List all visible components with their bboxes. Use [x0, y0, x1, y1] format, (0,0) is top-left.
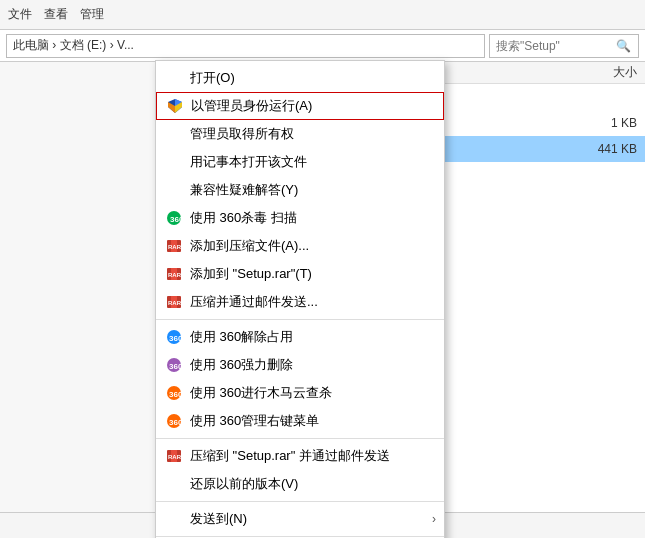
svg-text:360: 360	[169, 418, 182, 427]
ctx-360-scan-icon: 360	[164, 208, 184, 228]
ctx-360-delete-label: 使用 360强力删除	[190, 356, 436, 374]
ctx-restore-icon	[164, 474, 184, 494]
ctx-zip-email2-label: 压缩到 "Setup.rar" 并通过邮件发送	[190, 447, 436, 465]
search-icon[interactable]: 🔍	[616, 39, 631, 53]
menu-bar: 文件 查看 管理	[0, 0, 645, 30]
ctx-zip-email2-icon: RAR	[164, 446, 184, 466]
ctx-notepad-icon	[164, 152, 184, 172]
svg-text:RAR: RAR	[168, 244, 182, 250]
ctx-admin-label: 以管理员身份运行(A)	[191, 97, 435, 115]
file-size-autorun: 1 KB	[575, 116, 645, 130]
ctx-add-zip-icon: RAR	[164, 236, 184, 256]
ctx-360-free-icon: 360	[164, 327, 184, 347]
col-size-header: 大小	[575, 64, 645, 81]
svg-text:360: 360	[169, 390, 182, 399]
ctx-360-trojan-icon: 360	[164, 383, 184, 403]
svg-text:RAR: RAR	[168, 454, 182, 460]
ctx-add-zip[interactable]: RAR 添加到压缩文件(A)...	[156, 232, 444, 260]
search-input[interactable]	[496, 39, 616, 53]
ctx-sep-4	[156, 536, 444, 537]
svg-text:360: 360	[170, 215, 182, 224]
ctx-send-to[interactable]: 发送到(N) ›	[156, 505, 444, 533]
ctx-360-delete-icon: 360	[164, 355, 184, 375]
ctx-compat[interactable]: 兼容性疑难解答(Y)	[156, 176, 444, 204]
ctx-compat-icon	[164, 180, 184, 200]
ctx-admin-icon	[165, 96, 185, 116]
menu-view[interactable]: 查看	[44, 6, 68, 23]
ctx-ownership-icon	[164, 124, 184, 144]
ctx-360-context[interactable]: 360 使用 360管理右键菜单	[156, 407, 444, 435]
explorer-window: 文件 查看 管理 此电脑 › 文档 (E:) › V... 🔍 名称 大小 📁	[0, 0, 645, 538]
ctx-360-trojan-label: 使用 360进行木马云查杀	[190, 384, 436, 402]
ctx-zip-email2[interactable]: RAR 压缩到 "Setup.rar" 并通过邮件发送	[156, 442, 444, 470]
ctx-360-delete[interactable]: 360 使用 360强力删除	[156, 351, 444, 379]
ctx-send-to-arrow: ›	[432, 512, 436, 526]
ctx-360-context-label: 使用 360管理右键菜单	[190, 412, 436, 430]
ctx-sep-2	[156, 438, 444, 439]
ctx-zip-email[interactable]: RAR 压缩并通过邮件发送...	[156, 288, 444, 316]
context-menu: 打开(O) 以管理员身份运行(A) 管理员取得所有权 用记事本打开该文件	[155, 60, 445, 538]
svg-text:360: 360	[169, 362, 182, 371]
ctx-send-to-icon	[164, 509, 184, 529]
ctx-restore[interactable]: 还原以前的版本(V)	[156, 470, 444, 498]
ctx-take-ownership[interactable]: 管理员取得所有权	[156, 120, 444, 148]
ctx-sep-3	[156, 501, 444, 502]
ctx-setup-rar-icon: RAR	[164, 264, 184, 284]
ctx-open[interactable]: 打开(O)	[156, 64, 444, 92]
search-box: 🔍	[489, 34, 639, 58]
ctx-notepad-label: 用记事本打开该文件	[190, 153, 436, 171]
ctx-restore-label: 还原以前的版本(V)	[190, 475, 436, 493]
address-bar: 此电脑 › 文档 (E:) › V... 🔍	[0, 30, 645, 62]
file-size-setup: 441 KB	[575, 142, 645, 156]
ctx-zip-email-label: 压缩并通过邮件发送...	[190, 293, 436, 311]
ctx-add-setup-rar[interactable]: RAR 添加到 "Setup.rar"(T)	[156, 260, 444, 288]
ctx-add-zip-label: 添加到压缩文件(A)...	[190, 237, 436, 255]
menu-file[interactable]: 文件	[8, 6, 32, 23]
ctx-360-scan[interactable]: 360 使用 360杀毒 扫描	[156, 204, 444, 232]
ctx-run-as-admin[interactable]: 以管理员身份运行(A)	[156, 92, 444, 120]
ctx-zip-email-icon: RAR	[164, 292, 184, 312]
ctx-sep-1	[156, 319, 444, 320]
path-text: 此电脑 › 文档 (E:) › V...	[13, 37, 134, 54]
ctx-360-free[interactable]: 360 使用 360解除占用	[156, 323, 444, 351]
address-path[interactable]: 此电脑 › 文档 (E:) › V...	[6, 34, 485, 58]
ctx-360-trojan[interactable]: 360 使用 360进行木马云查杀	[156, 379, 444, 407]
ctx-send-to-label: 发送到(N)	[190, 510, 432, 528]
ctx-360-scan-label: 使用 360杀毒 扫描	[190, 209, 436, 227]
menu-manage[interactable]: 管理	[80, 6, 104, 23]
ctx-open-icon	[164, 68, 184, 88]
ctx-setup-rar-label: 添加到 "Setup.rar"(T)	[190, 265, 436, 283]
svg-text:RAR: RAR	[168, 272, 182, 278]
svg-text:RAR: RAR	[168, 300, 182, 306]
ctx-compat-label: 兼容性疑难解答(Y)	[190, 181, 436, 199]
ctx-open-label: 打开(O)	[190, 69, 436, 87]
sidebar	[0, 62, 160, 512]
ctx-open-notepad[interactable]: 用记事本打开该文件	[156, 148, 444, 176]
ctx-360-context-icon: 360	[164, 411, 184, 431]
ctx-ownership-label: 管理员取得所有权	[190, 125, 436, 143]
ctx-360-free-label: 使用 360解除占用	[190, 328, 436, 346]
svg-text:360: 360	[169, 334, 182, 343]
